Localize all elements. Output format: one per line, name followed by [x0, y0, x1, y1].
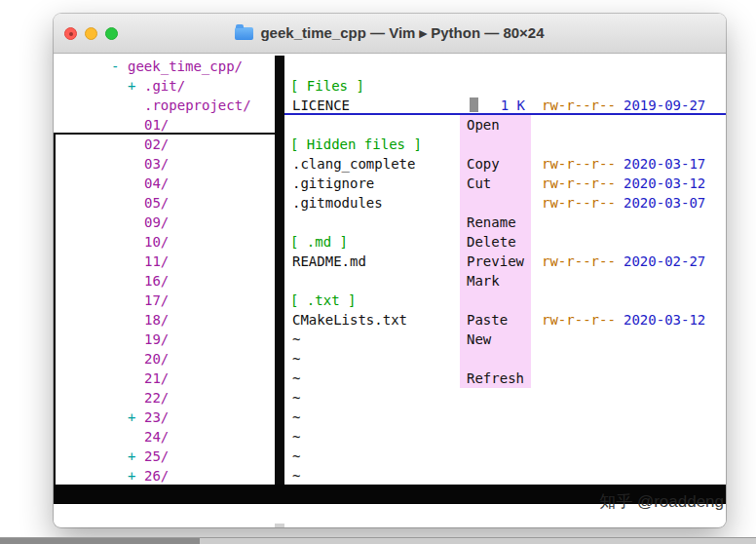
empty-buffer-line: ~: [284, 388, 726, 408]
expand-icon[interactable]: +: [128, 447, 144, 466]
file-name: CMakeLists.txt: [292, 312, 407, 328]
menu-item-paste[interactable]: Paste: [460, 310, 531, 330]
tree-item-01[interactable]: 01/: [54, 115, 275, 135]
tree-item-label: 18/: [144, 312, 169, 328]
tree-item-label: 01/: [144, 117, 169, 133]
indent-spacer: [128, 232, 144, 252]
tree-item-label: .ropeproject/: [144, 97, 251, 113]
indent-spacer: [128, 154, 144, 174]
menu-item-mark[interactable]: Mark: [460, 271, 531, 291]
menu-item-rename[interactable]: Rename: [460, 213, 531, 232]
indent-spacer: [128, 310, 144, 330]
indent-spacer: [128, 174, 144, 193]
file-row-LICENCE[interactable]: LICENCE1 Krw-r--r--2019-09-27: [284, 96, 726, 115]
collapse-icon[interactable]: -: [111, 57, 128, 76]
tree-item-16[interactable]: 16/: [54, 271, 275, 291]
tree-item-geek_time_cpp[interactable]: -geek_time_cpp/: [54, 57, 275, 76]
empty-buffer-line: ~: [284, 427, 726, 447]
watermark: 知乎 @roaddeng: [599, 492, 724, 512]
tree-item-20[interactable]: 20/: [54, 349, 275, 369]
statusbar-separator: [275, 524, 284, 527]
tree-item-05[interactable]: 05/: [54, 193, 275, 213]
tilde-marker: ~: [292, 468, 300, 484]
tilde-marker: ~: [292, 448, 300, 464]
terminal-window: geek_time_cpp — Vim ▸ Python — 80×24 -ge…: [54, 14, 726, 527]
file-name: .clang_complete: [292, 156, 415, 172]
indent-spacer: [128, 135, 144, 154]
menu-item-open[interactable]: Open: [460, 115, 531, 135]
tree-item-.ropeproject[interactable]: .ropeproject/: [54, 96, 275, 115]
file-date: 2020-03-07: [624, 193, 705, 213]
file-permissions: rw-r--r--: [542, 252, 616, 271]
indent-spacer: [128, 427, 144, 447]
indent-spacer: [128, 369, 144, 388]
tree-item-11[interactable]: 11/: [54, 252, 275, 271]
blank-line: [284, 57, 726, 76]
indent-spacer: [128, 271, 144, 291]
section-label: [ Files ]: [290, 78, 364, 94]
tilde-marker: ~: [292, 390, 300, 406]
file-date: 2020-03-12: [624, 310, 705, 330]
tree-item-label: 16/: [144, 273, 169, 289]
tree-item-label: 17/: [144, 292, 169, 308]
tree-item-label: 11/: [144, 253, 169, 269]
tree-item-25[interactable]: +25/: [54, 447, 275, 466]
section-label: [ .txt ]: [290, 292, 356, 308]
menu-gap: [460, 193, 531, 213]
tree-item-04[interactable]: 04/: [54, 174, 275, 193]
file-permissions: rw-r--r--: [542, 154, 616, 174]
indent-spacer: [128, 193, 144, 213]
tree-item-label: 19/: [144, 331, 169, 347]
indent-spacer: [128, 115, 144, 135]
tree-item-label: 23/: [144, 409, 169, 425]
tree-item-23[interactable]: +23/: [54, 408, 275, 427]
tree-item-22[interactable]: 22/: [54, 388, 275, 408]
menu-item-cut[interactable]: Cut: [460, 174, 531, 193]
menu-item-copy[interactable]: Copy: [460, 154, 531, 174]
tree-item-label: 03/: [144, 156, 169, 172]
tree-item-label: 22/: [144, 390, 169, 406]
tree-item-19[interactable]: 19/: [54, 330, 275, 349]
tree-item-10[interactable]: 10/: [54, 232, 275, 252]
vertical-split-separator[interactable]: [275, 56, 284, 485]
tree-item-label: 26/: [144, 468, 169, 484]
tree-item-26[interactable]: +26/: [54, 466, 275, 486]
tree-item-09[interactable]: 09/: [54, 213, 275, 232]
empty-buffer-line: ~: [284, 447, 726, 466]
file-tree: -geek_time_cpp/+.git/ .ropeproject/ 01/ …: [54, 57, 275, 486]
menu-item-delete[interactable]: Delete: [460, 232, 531, 252]
expand-icon[interactable]: +: [128, 408, 144, 427]
tree-item-03[interactable]: 03/: [54, 154, 275, 174]
file-date: 2020-03-17: [624, 154, 705, 174]
tree-item-label: 25/: [144, 448, 169, 464]
tilde-marker: ~: [292, 409, 300, 425]
tree-item-.git[interactable]: +.git/: [54, 76, 275, 96]
tree-item-18[interactable]: 18/: [54, 310, 275, 330]
menu-item-new[interactable]: New: [460, 330, 531, 349]
tree-item-24[interactable]: 24/: [54, 427, 275, 447]
file-size: 1 K: [482, 96, 525, 115]
tree-item-17[interactable]: 17/: [54, 291, 275, 310]
menu-gap: [460, 135, 531, 154]
menu-item-preview[interactable]: Preview: [460, 252, 531, 271]
expand-icon[interactable]: +: [128, 466, 144, 486]
background-window-edge: [0, 537, 756, 544]
expand-icon[interactable]: +: [128, 76, 144, 96]
file-permissions: rw-r--r--: [542, 96, 616, 115]
tree-item-label: 02/: [144, 136, 169, 152]
tree-item-21[interactable]: 21/: [54, 369, 275, 388]
menu-item-refresh[interactable]: Refresh: [460, 369, 531, 388]
window-title: geek_time_cpp — Vim ▸ Python — 80×24: [260, 24, 544, 42]
file-date: 2019-09-27: [624, 96, 705, 115]
tree-item-02[interactable]: 02/: [54, 135, 275, 154]
indent-spacer: [128, 388, 144, 408]
indent-spacer: [128, 213, 144, 232]
tree-item-label: 09/: [144, 214, 169, 230]
tree-item-label: 20/: [144, 351, 169, 367]
tree-item-label: geek_time_cpp/: [128, 58, 243, 74]
tilde-marker: ~: [292, 351, 300, 367]
section-header: [ Files ]: [284, 76, 726, 96]
cursor: [470, 97, 478, 112]
indent-spacer: [128, 330, 144, 349]
tree-item-label: 05/: [144, 195, 169, 211]
